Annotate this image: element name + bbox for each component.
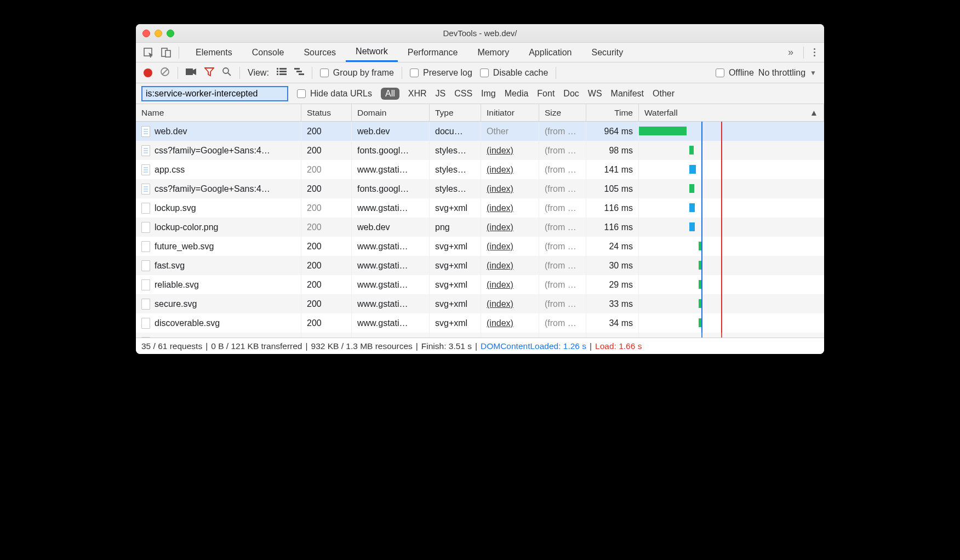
table-row[interactable]: lockup.svg200www.gstati…svg+xml(index)(f… <box>136 198 824 218</box>
table-row[interactable]: fast.svg200www.gstati…svg+xml(index)(fro… <box>136 256 824 275</box>
request-size: (from … <box>539 160 586 179</box>
file-icon <box>141 126 150 137</box>
col-status[interactable]: Status <box>301 104 352 121</box>
tab-elements[interactable]: Elements <box>186 43 242 62</box>
table-row[interactable]: installable.svg200www.gstati…svg+xml(ind… <box>136 333 824 338</box>
request-initiator[interactable]: (index) <box>487 242 513 252</box>
disable-cache-checkbox[interactable]: Disable cache <box>480 68 548 78</box>
request-size: (from … <box>539 256 586 275</box>
preserve-log-checkbox[interactable]: Preserve log <box>410 68 472 78</box>
request-initiator[interactable]: (index) <box>487 165 513 175</box>
svg-rect-14 <box>294 68 300 70</box>
col-type[interactable]: Type <box>430 104 481 121</box>
filter-type-other[interactable]: Other <box>653 89 675 99</box>
tab-performance[interactable]: Performance <box>398 43 468 62</box>
svg-point-6 <box>223 68 228 73</box>
request-initiator[interactable]: (index) <box>487 338 513 338</box>
status-transferred: 0 B / 121 KB transferred <box>211 341 302 351</box>
group-by-frame-checkbox[interactable]: Group by frame <box>320 68 394 78</box>
svg-rect-12 <box>277 73 278 75</box>
col-time[interactable]: Time <box>586 104 639 121</box>
table-row[interactable]: secure.svg200www.gstati…svg+xml(index)(f… <box>136 294 824 313</box>
col-size[interactable]: Size <box>539 104 586 121</box>
devtools-window: DevTools - web.dev/ ElementsConsoleSourc… <box>136 24 824 354</box>
inspect-element-icon[interactable] <box>144 48 153 58</box>
clear-icon[interactable] <box>160 67 170 79</box>
request-type: svg+xml <box>430 256 481 275</box>
request-initiator[interactable]: (index) <box>487 280 513 290</box>
request-initiator[interactable]: (index) <box>487 146 513 156</box>
request-size: (from … <box>539 313 586 333</box>
filter-type-media[interactable]: Media <box>505 89 529 99</box>
filter-type-img[interactable]: Img <box>481 89 496 99</box>
filter-type-font[interactable]: Font <box>537 89 555 99</box>
tab-memory[interactable]: Memory <box>467 43 519 62</box>
device-toggle-icon[interactable] <box>161 48 171 58</box>
tab-sources[interactable]: Sources <box>294 43 346 62</box>
request-name: app.css <box>155 165 185 175</box>
svg-rect-11 <box>279 71 287 72</box>
request-name: css?family=Google+Sans:4… <box>155 146 270 156</box>
filter-type-all[interactable]: All <box>381 88 399 100</box>
svg-rect-9 <box>279 68 287 70</box>
table-row[interactable]: app.css200www.gstati…styles…(index)(from… <box>136 160 824 179</box>
col-initiator[interactable]: Initiator <box>481 104 539 121</box>
request-status: 200 <box>301 179 352 198</box>
camera-icon[interactable] <box>186 68 197 78</box>
chevron-down-icon[interactable]: ▼ <box>810 69 816 77</box>
request-size: (from … <box>539 179 586 198</box>
tab-application[interactable]: Application <box>519 43 581 62</box>
request-waterfall <box>639 333 824 338</box>
hide-data-urls-checkbox[interactable]: Hide data URLs <box>297 89 372 99</box>
filter-type-ws[interactable]: WS <box>588 89 602 99</box>
tab-console[interactable]: Console <box>242 43 294 62</box>
request-initiator[interactable]: (index) <box>487 184 513 194</box>
request-status: 200 <box>301 160 352 179</box>
filter-type-doc[interactable]: Doc <box>563 89 579 99</box>
table-row[interactable]: web.dev200web.devdocu…Other(from …964 ms <box>136 122 824 141</box>
request-time: 116 ms <box>586 218 639 237</box>
request-status: 200 <box>301 333 352 338</box>
request-status: 200 <box>301 313 352 333</box>
table-row[interactable]: future_web.svg200www.gstati…svg+xml(inde… <box>136 237 824 256</box>
request-initiator[interactable]: (index) <box>487 299 513 309</box>
more-tabs-icon[interactable]: » <box>788 47 793 58</box>
request-status: 200 <box>301 294 352 313</box>
request-waterfall <box>639 141 824 160</box>
filter-type-js[interactable]: JS <box>436 89 446 99</box>
table-row[interactable]: discoverable.svg200www.gstati…svg+xml(in… <box>136 313 824 333</box>
view-waterfall-icon[interactable] <box>294 68 304 78</box>
filter-icon[interactable] <box>204 67 214 79</box>
filter-type-manifest[interactable]: Manifest <box>611 89 644 99</box>
request-time: 29 ms <box>586 275 639 294</box>
col-name[interactable]: Name <box>136 104 301 121</box>
view-list-icon[interactable] <box>277 68 287 78</box>
request-size: (from … <box>539 122 586 141</box>
request-status: 200 <box>301 237 352 256</box>
request-initiator[interactable]: (index) <box>487 318 513 328</box>
search-icon[interactable] <box>222 67 232 79</box>
request-initiator[interactable]: (index) <box>487 203 513 213</box>
request-size: (from … <box>539 333 586 338</box>
col-domain[interactable]: Domain <box>352 104 430 121</box>
tab-network[interactable]: Network <box>346 43 398 62</box>
throttling-select[interactable]: No throttling <box>758 68 805 78</box>
table-row[interactable]: lockup-color.png200web.devpng(index)(fro… <box>136 218 824 237</box>
request-initiator: Other <box>487 127 508 136</box>
filter-input[interactable] <box>141 86 288 101</box>
filter-type-xhr[interactable]: XHR <box>408 89 427 99</box>
filter-type-css[interactable]: CSS <box>454 89 472 99</box>
request-initiator[interactable]: (index) <box>487 222 513 232</box>
col-waterfall[interactable]: Waterfall▲ <box>639 104 824 121</box>
request-waterfall <box>639 122 824 141</box>
file-icon <box>141 145 150 156</box>
offline-checkbox[interactable]: Offline <box>716 68 754 78</box>
table-row[interactable]: reliable.svg200www.gstati…svg+xml(index)… <box>136 275 824 294</box>
table-row[interactable]: css?family=Google+Sans:4…200fonts.googl…… <box>136 141 824 160</box>
settings-menu-icon[interactable] <box>814 48 815 56</box>
tab-security[interactable]: Security <box>581 43 633 62</box>
request-time: 964 ms <box>586 122 639 141</box>
request-initiator[interactable]: (index) <box>487 261 513 271</box>
record-icon[interactable] <box>144 68 152 77</box>
table-row[interactable]: css?family=Google+Sans:4…200fonts.googl…… <box>136 179 824 198</box>
